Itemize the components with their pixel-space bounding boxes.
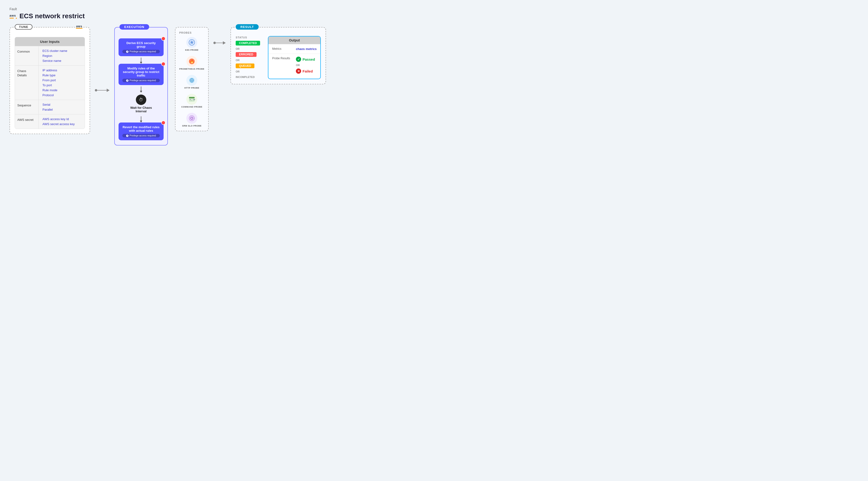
user-inputs-box: User Inputs Common ECS cluster name Regi… (15, 37, 85, 129)
k8s-probe-name: K8S PROBE (185, 49, 199, 51)
metrics-value: chaos metrics (296, 47, 316, 51)
connector-line (97, 90, 107, 91)
execution-badge: EXECUTION (120, 24, 149, 30)
wait-icon: ⏱ (136, 95, 146, 105)
x-icon: ✕ (296, 68, 301, 74)
input-region: Region (42, 54, 67, 58)
diagram-container: TUNE aws User Inputs Common ECS cluster … (9, 27, 859, 146)
output-header: Output (269, 36, 320, 44)
input-secret-key: AWS secret access key (42, 122, 75, 126)
input-to-port: To port (42, 84, 57, 87)
result-connector-arrow (223, 41, 226, 44)
connector-tune-exec (95, 89, 110, 92)
input-from-port: From port (42, 78, 57, 82)
check-icon: ✓ (296, 57, 301, 62)
svg-rect-10 (189, 97, 195, 98)
command-probe-icon: >_ cmd (186, 94, 197, 105)
step-badge-modify (161, 62, 165, 66)
privilege-icon: ℹ (126, 51, 128, 53)
group-label-aws: AWS secret (15, 115, 39, 129)
probe-list: K8S PROBE 🔥 PROMETHEUS PROBE (179, 37, 205, 127)
output-box: Output Metrics chaos metrics Probe Resul… (268, 36, 321, 79)
exec-step-revert-label: Revert the modified rules with actual ru… (122, 125, 160, 132)
group-items-chaos: IP address Rule type From port To port R… (39, 66, 61, 100)
passed-label: Passed (303, 57, 315, 61)
http-probe-name: HTTP PROBE (184, 87, 199, 89)
probe-results-col: ✓ Passed OR ✕ Failed (296, 57, 315, 74)
input-ip: IP address (42, 68, 57, 72)
aws-corner-text: aws (76, 25, 82, 28)
probe-passed: ✓ Passed (296, 57, 315, 62)
or-3: OR (236, 70, 264, 73)
aws-logo-text: aws (9, 14, 16, 17)
aws-corner-logo: aws (76, 25, 83, 29)
privilege-revert-text: Privilege access required (129, 134, 156, 137)
probe-http: HTTP PROBE (184, 75, 199, 89)
http-probe-icon (186, 75, 197, 86)
probe-results-label: Probe Results (272, 57, 291, 60)
probes-section: PROBES K8S PROBE 🔥 (175, 27, 209, 131)
tune-section: TUNE aws User Inputs Common ECS cluster … (9, 27, 90, 134)
input-service-name: Service name (42, 59, 67, 63)
probe-k8s: K8S PROBE (185, 37, 199, 51)
metrics-label: Metrics (272, 47, 291, 51)
page-title: ECS network restrict (20, 12, 85, 20)
exec-step-derive-label: Derive ECS security group (122, 41, 160, 49)
input-serial: Serial (42, 103, 53, 106)
input-access-key: AWS access key Id (42, 117, 75, 121)
output-metrics-row: Metrics chaos metrics (269, 44, 320, 54)
or-2: OR (236, 59, 264, 62)
exec-step-modify-label: Modify rules of the security group to re… (122, 67, 160, 77)
input-group-common: Common ECS cluster name Region Service n… (15, 46, 85, 65)
result-connector-circle (213, 42, 216, 44)
fault-label: Fault (9, 7, 859, 11)
status-completed: COMPLETED (236, 41, 260, 45)
arrow-3 (141, 116, 141, 121)
input-ecs-cluster: ECS cluster name (42, 49, 67, 53)
group-label-sequence: Sequence (15, 100, 39, 114)
privilege-icon-2: ℹ (126, 79, 128, 82)
aws-logo-underline (9, 18, 17, 19)
connector-circle-left (95, 89, 97, 92)
group-label-chaos: Chaos Details (15, 66, 39, 100)
privilege-modify: ℹ Privilege access required (122, 79, 160, 82)
exec-step-modify: Modify rules of the security group to re… (119, 64, 164, 85)
srm-probe-icon (186, 113, 197, 124)
status-incompleted: INCOMPLETED (236, 75, 258, 79)
status-queued: QUEUED (236, 64, 254, 68)
tune-badge: TUNE (15, 24, 32, 30)
step-badge-revert (161, 121, 165, 125)
title-row: aws ECS network restrict (9, 12, 859, 20)
execution-section: EXECUTION Derive ECS security group ℹ Pr… (114, 27, 168, 146)
exec-step-derive: Derive ECS security group ℹ Privilege ac… (119, 38, 164, 56)
result-connector-line (216, 43, 223, 43)
prometheus-probe-icon: 🔥 (186, 56, 197, 67)
result-connector (213, 41, 226, 44)
probe-srm: SRM SLO PROBE (182, 113, 202, 127)
command-probe-name: COMMAND PROBE (181, 106, 203, 108)
input-rule-mode: Rule mode (42, 88, 57, 92)
svg-point-14 (191, 118, 192, 119)
srm-probe-name: SRM SLO PROBE (182, 125, 202, 127)
or-probe: OR (296, 64, 315, 67)
input-rule-type: Rule type (42, 73, 57, 77)
arrow-2 (141, 87, 141, 91)
result-inner: STATUS COMPLETED OR ERRORED OR QUEUED OR… (236, 36, 321, 79)
privilege-revert: ℹ Privilege access required (122, 134, 160, 137)
result-badge: RESULT (236, 24, 259, 30)
exec-step-revert: Revert the modified rules with actual ru… (119, 123, 164, 140)
status-label: STATUS (236, 36, 264, 39)
k8s-probe-icon (186, 37, 197, 48)
aws-corner-line (76, 28, 83, 29)
step-badge-derive (161, 36, 165, 41)
input-group-aws: AWS secret AWS access key Id AWS secret … (15, 114, 85, 129)
input-protocol: Protocol (42, 93, 57, 97)
output-probe-row: Probe Results ✓ Passed OR ✕ Failed (269, 54, 320, 76)
probe-command: >_ cmd COMMAND PROBE (181, 94, 203, 108)
privilege-modify-text: Privilege access required (129, 79, 156, 82)
input-group-chaos: Chaos Details IP address Rule type From … (15, 65, 85, 100)
wait-label: Wait for ChaosInterval (130, 106, 152, 113)
svg-text:🔥: 🔥 (190, 60, 194, 64)
probe-failed: ✕ Failed (296, 68, 315, 74)
prometheus-probe-name: PROMETHEUS PROBE (179, 68, 205, 70)
